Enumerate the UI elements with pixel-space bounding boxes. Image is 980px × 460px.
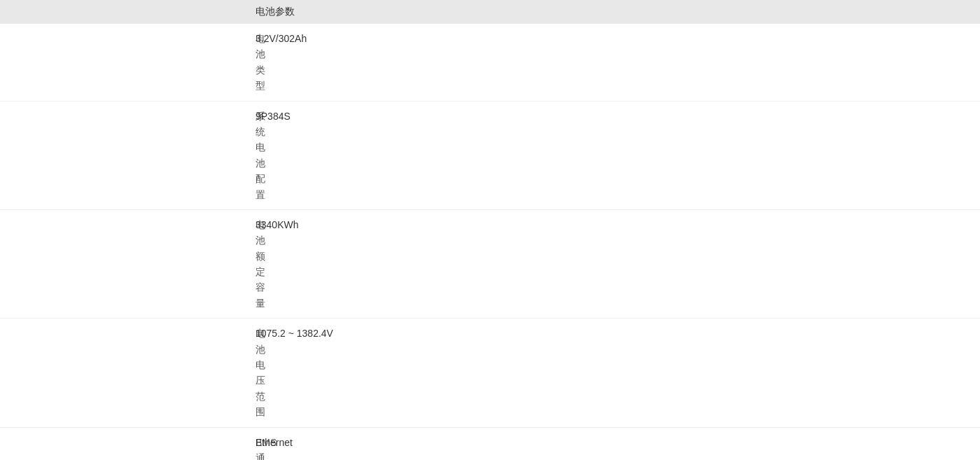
spec-label: 电池额定容量 — [0, 217, 255, 311]
spec-value: 3.2V/302Ah — [255, 31, 980, 46]
spec-row: 电池类型3.2V/302Ah — [0, 24, 980, 102]
spec-label: 电池类型 — [0, 31, 255, 94]
spec-value: Ethernet — [255, 435, 980, 450]
spec-row: BMS 通讯接口Ethernet — [0, 428, 980, 460]
spec-table: 电池参数电池类型3.2V/302Ah系统电池配置9P384S电池额定容量3340… — [0, 0, 980, 460]
spec-label: 电池电压范围 — [0, 326, 255, 419]
spec-row: 电池电压范围1075.2 ~ 1382.4V — [0, 319, 980, 427]
spec-value: 9P384S — [255, 109, 980, 124]
spec-label: 系统电池配置 — [0, 109, 255, 202]
spec-row: 系统电池配置9P384S — [0, 102, 980, 210]
spec-value: 3340KWh — [255, 217, 980, 232]
spec-value: 1075.2 ~ 1382.4V — [255, 326, 980, 341]
section-header-battery-params: 电池参数 — [0, 0, 980, 24]
spec-row: 电池额定容量3340KWh — [0, 210, 980, 319]
spec-label: BMS 通讯接口 — [0, 435, 255, 460]
